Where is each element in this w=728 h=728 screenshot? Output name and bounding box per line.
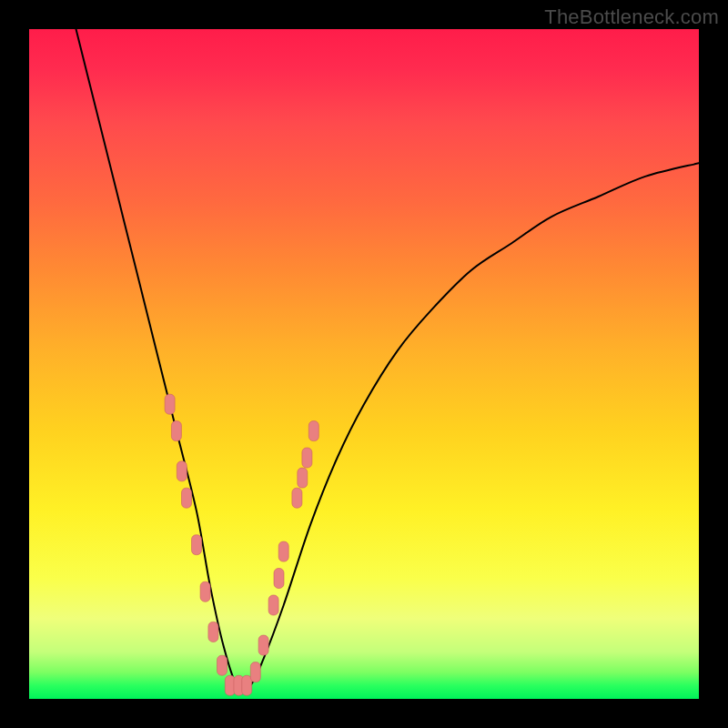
marker-point bbox=[292, 488, 302, 508]
marker-point bbox=[208, 622, 218, 642]
marker-point bbox=[242, 675, 252, 695]
marker-point bbox=[177, 461, 187, 481]
marker-point bbox=[268, 595, 278, 615]
marker-point bbox=[302, 448, 312, 468]
marker-point bbox=[192, 535, 202, 555]
marker-point bbox=[258, 635, 268, 655]
marker-point bbox=[200, 581, 210, 602]
marker-point bbox=[274, 569, 284, 589]
chart-plot-area bbox=[29, 29, 699, 699]
marker-point bbox=[298, 468, 308, 488]
marker-point bbox=[250, 662, 260, 682]
watermark-text: TheBottleneck.com bbox=[544, 5, 719, 29]
chart-frame: TheBottleneck.com bbox=[0, 0, 728, 728]
chart-svg bbox=[29, 29, 699, 699]
curve-line bbox=[76, 29, 699, 690]
marker-point bbox=[182, 488, 192, 508]
marker-point bbox=[171, 421, 181, 441]
marker-point bbox=[217, 655, 228, 675]
marker-point bbox=[308, 421, 318, 441]
marker-point bbox=[165, 394, 175, 414]
marker-point bbox=[278, 541, 288, 561]
curve-markers bbox=[165, 394, 318, 695]
